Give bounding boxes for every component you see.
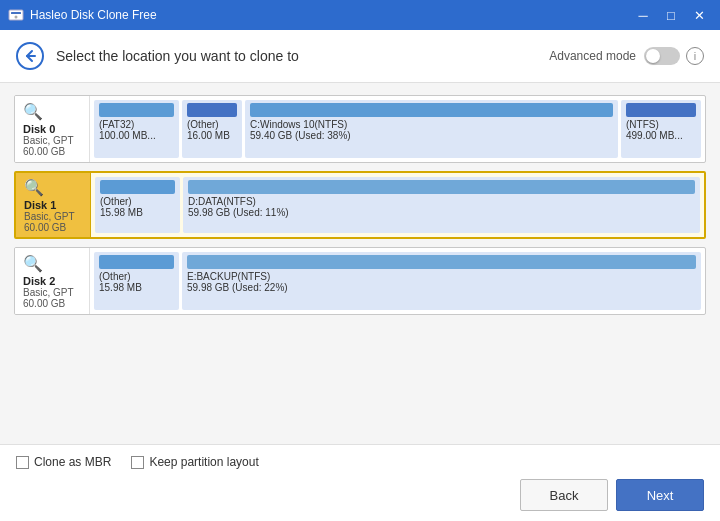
partition-label: (Other)	[99, 271, 174, 282]
partition-label: C:Windows 10(NTFS)	[250, 119, 613, 130]
clone-as-mbr-label[interactable]: Clone as MBR	[16, 455, 111, 469]
info-icon[interactable]: i	[686, 47, 704, 65]
partition-bar	[99, 255, 174, 269]
disk-row[interactable]: 🔍 Disk 0 Basic, GPT 60.00 GB (FAT32) 100…	[14, 95, 706, 163]
partition-sublabel: 499.00 MB...	[626, 130, 696, 141]
partition-bar	[99, 103, 174, 117]
toggle-knob	[646, 49, 660, 63]
page-title: Select the location you want to clone to	[56, 48, 549, 64]
disk2-name: Disk 2	[23, 275, 55, 287]
app-icon	[8, 7, 24, 23]
footer: Clone as MBR Keep partition layout Back …	[0, 444, 720, 521]
maximize-button[interactable]: □	[658, 5, 684, 25]
partition-bar	[626, 103, 696, 117]
disk1-type: Basic, GPT	[24, 211, 75, 222]
back-nav-icon	[16, 42, 44, 70]
keep-partition-layout-checkbox[interactable]	[131, 456, 144, 469]
partition-label: (NTFS)	[626, 119, 696, 130]
partition-sublabel: 15.98 MB	[99, 282, 174, 293]
svg-point-2	[15, 16, 18, 19]
advanced-mode-toggle[interactable]	[644, 47, 680, 65]
back-button[interactable]: Back	[520, 479, 608, 511]
partition-sublabel: 59.40 GB (Used: 38%)	[250, 130, 613, 141]
partition-block: (Other) 15.98 MB	[95, 177, 180, 233]
partition-block: (NTFS) 499.00 MB...	[621, 100, 701, 158]
disk-row[interactable]: 🔍 Disk 2 Basic, GPT 60.00 GB (Other) 15.…	[14, 247, 706, 315]
window-controls: ─ □ ✕	[630, 5, 712, 25]
disk1-size: 60.00 GB	[24, 222, 66, 233]
partition-bar	[250, 103, 613, 117]
buttons-row: Back Next	[16, 479, 704, 511]
partition-block: D:DATA(NTFS) 59.98 GB (Used: 11%)	[183, 177, 700, 233]
disk0-type: Basic, GPT	[23, 135, 74, 146]
partition-sublabel: 59.98 GB (Used: 22%)	[187, 282, 696, 293]
disk2-info: 🔍 Disk 2 Basic, GPT 60.00 GB	[15, 248, 90, 314]
disk-search-icon: 🔍	[23, 254, 43, 273]
partition-bar	[100, 180, 175, 194]
checkboxes-row: Clone as MBR Keep partition layout	[16, 455, 704, 469]
disk-row[interactable]: 🔍 Disk 1 Basic, GPT 60.00 GB (Other) 15.…	[14, 171, 706, 239]
partition-bar	[187, 103, 237, 117]
window-title: Hasleo Disk Clone Free	[30, 8, 630, 22]
partition-block: (Other) 15.98 MB	[94, 252, 179, 310]
partition-label: (Other)	[187, 119, 237, 130]
partition-label: (FAT32)	[99, 119, 174, 130]
partition-block: (FAT32) 100.00 MB...	[94, 100, 179, 158]
disk1-partitions: (Other) 15.98 MB D:DATA(NTFS) 59.98 GB (…	[91, 173, 704, 237]
partition-label: (Other)	[100, 196, 175, 207]
disk2-partitions: (Other) 15.98 MB E:BACKUP(NTFS) 59.98 GB…	[90, 248, 705, 314]
partition-sublabel: 59.98 GB (Used: 11%)	[188, 207, 695, 218]
partition-bar	[187, 255, 696, 269]
minimize-button[interactable]: ─	[630, 5, 656, 25]
disk-search-icon: 🔍	[23, 102, 43, 121]
keep-partition-layout-label[interactable]: Keep partition layout	[131, 455, 258, 469]
partition-sublabel: 16.00 MB	[187, 130, 237, 141]
title-bar: Hasleo Disk Clone Free ─ □ ✕	[0, 0, 720, 30]
close-button[interactable]: ✕	[686, 5, 712, 25]
partition-label: D:DATA(NTFS)	[188, 196, 695, 207]
disk0-size: 60.00 GB	[23, 146, 65, 157]
disk1-info: 🔍 Disk 1 Basic, GPT 60.00 GB	[16, 173, 91, 237]
next-button[interactable]: Next	[616, 479, 704, 511]
partition-sublabel: 15.98 MB	[100, 207, 175, 218]
disk-list: 🔍 Disk 0 Basic, GPT 60.00 GB (FAT32) 100…	[0, 83, 720, 444]
main-window: Select the location you want to clone to…	[0, 30, 720, 521]
disk2-size: 60.00 GB	[23, 298, 65, 309]
clone-as-mbr-text: Clone as MBR	[34, 455, 111, 469]
disk1-name: Disk 1	[24, 199, 56, 211]
clone-as-mbr-checkbox[interactable]	[16, 456, 29, 469]
advanced-mode-label: Advanced mode	[549, 49, 636, 63]
partition-bar	[188, 180, 695, 194]
disk0-partitions: (FAT32) 100.00 MB... (Other) 16.00 MB C:…	[90, 96, 705, 162]
partition-block: (Other) 16.00 MB	[182, 100, 242, 158]
partition-block: C:Windows 10(NTFS) 59.40 GB (Used: 38%)	[245, 100, 618, 158]
keep-partition-layout-text: Keep partition layout	[149, 455, 258, 469]
partition-sublabel: 100.00 MB...	[99, 130, 174, 141]
partition-block: E:BACKUP(NTFS) 59.98 GB (Used: 22%)	[182, 252, 701, 310]
partition-label: E:BACKUP(NTFS)	[187, 271, 696, 282]
header: Select the location you want to clone to…	[0, 30, 720, 83]
disk0-name: Disk 0	[23, 123, 55, 135]
disk0-info: 🔍 Disk 0 Basic, GPT 60.00 GB	[15, 96, 90, 162]
svg-rect-1	[11, 12, 21, 14]
disk2-type: Basic, GPT	[23, 287, 74, 298]
disk-search-icon: 🔍	[24, 178, 44, 197]
